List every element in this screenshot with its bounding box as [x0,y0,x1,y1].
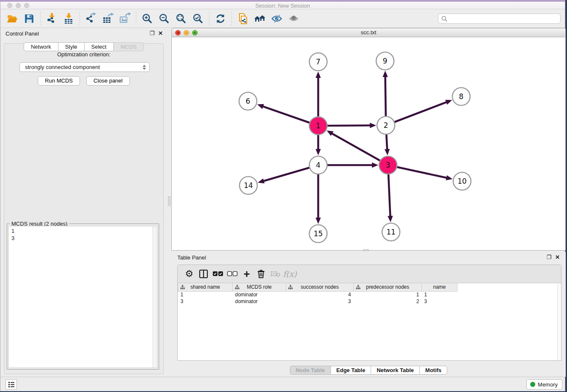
mcds-result-group: MCDS result (2 nodes) 1 3 [7,224,159,370]
table-row[interactable]: 3 dominator 3 2 3 [178,298,457,305]
export-network-icon[interactable] [85,12,97,25]
mcds-result-list[interactable]: 1 3 [8,226,157,368]
criterion-value: strongly connected component [25,64,143,70]
control-panel-close-icon[interactable]: ✕ [158,30,163,36]
table-panel-float-icon[interactable]: ❐ [546,254,551,260]
graph-edge-3-1[interactable] [331,133,388,165]
graph-node-label: 10 [457,177,467,185]
home-icon[interactable] [253,12,266,25]
network-window-titlebar: ✕ − + scc.txt [172,28,565,37]
toolbar-separator [209,11,209,26]
create-column-icon[interactable]: + [239,268,254,280]
tab-style[interactable]: Style [58,42,85,51]
tab-select[interactable]: Select [85,42,114,51]
status-bar: Memory [0,377,565,391]
table-panel-title: Table Panel [177,254,206,261]
close-panel-button[interactable]: Close panel [86,76,130,86]
graph-edge-2-8[interactable] [386,102,447,125]
toolbar-separator [136,11,136,26]
column-header-successor-nodes[interactable]: successor nodes [286,283,354,291]
network-close-icon[interactable]: ✕ [175,30,181,36]
network-window-title: scc.txt [172,28,565,37]
graph-edge-arrowhead [257,104,264,109]
delete-table-icon [268,268,283,280]
table-scrollbar[interactable] [557,284,561,360]
hierarchy-icon [235,285,239,291]
window-titlebar: Session: New Session [0,2,565,9]
select-stepper-icon [143,65,146,70]
export-table-icon[interactable] [102,12,114,25]
hierarchy-icon [356,285,361,291]
graph-node-label: 1 [316,121,321,130]
network-view-window: ✕ − + scc.txt 7968124314101511 [171,28,566,251]
graph-node-label: 3 [386,161,391,169]
network-canvas[interactable]: 7968124314101511 [172,37,565,250]
control-panel-tabs: Network Style Select MCDS [0,42,167,51]
export-image-icon[interactable] [118,12,131,25]
table-settings-gear-icon[interactable]: ⚙ [182,268,196,280]
select-all-columns-icon[interactable] [211,268,225,280]
hierarchy-icon [180,285,185,291]
function-builder-icon: f(x) [283,268,297,280]
result-scrollbar[interactable] [152,226,157,367]
unselect-all-columns-icon[interactable] [225,268,239,280]
open-session-icon[interactable] [6,12,19,25]
graph-edge-arrowhead [385,149,390,155]
table-header-row: shared name MCDS role successor nodes [178,283,457,291]
tab-network-table[interactable]: Network Table [371,366,420,375]
network-graph[interactable]: 7968124314101511 [172,37,565,250]
delete-column-icon[interactable] [254,268,268,280]
run-mcds-button[interactable]: Run MCDS [38,76,80,86]
import-network-icon[interactable] [45,12,58,25]
result-item[interactable]: 3 [11,235,157,242]
table-row[interactable]: 1 dominator 4 1 1 [178,291,457,298]
control-panel: Control Panel ❐ ✕ Network Style Select M… [0,28,167,376]
graph-node-label: 11 [386,228,396,236]
graph-node-label: 2 [384,121,388,130]
horizontal-splitter-grip[interactable] [363,249,369,251]
memory-button[interactable]: Memory [526,379,562,389]
zoom-selected-icon[interactable] [192,12,204,25]
show-columns-icon[interactable] [196,268,211,280]
search-field [438,14,561,24]
graph-edge-arrowhead [372,163,378,168]
hierarchy-icon [288,285,293,291]
network-minimize-icon[interactable]: − [184,30,189,36]
table-panel-close-icon[interactable]: ✕ [555,254,560,260]
node-table: shared name MCDS role successor nodes [178,283,457,305]
import-table-icon[interactable] [62,12,75,25]
tab-mcds[interactable]: MCDS [114,42,144,51]
control-panel-float-icon[interactable]: ❐ [149,30,154,36]
window-title: Session: New Session [0,3,565,9]
column-header-name[interactable]: name [422,283,457,291]
main-toolbar [0,9,565,28]
optimization-criterion-label: Optimization criterion: [4,51,163,58]
zoom-in-icon[interactable] [141,12,154,25]
network-maximize-icon[interactable]: + [192,30,198,36]
tab-edge-table[interactable]: Edge Table [331,366,371,375]
result-item[interactable]: 1 [11,227,157,235]
graph-node-label: 14 [244,181,253,190]
memory-status-icon [530,382,535,387]
criterion-select[interactable]: strongly connected component [19,62,150,72]
refresh-style-icon[interactable] [214,12,227,25]
zoom-out-icon[interactable] [158,12,171,25]
column-header-mcds-role[interactable]: MCDS role [233,283,286,291]
tab-node-table[interactable]: Node Table [290,366,331,375]
tab-motifs[interactable]: Motifs [420,366,447,375]
column-header-predecessor-nodes[interactable]: predecessor nodes [354,283,422,291]
search-icon [441,16,448,22]
splitter-grip[interactable] [168,196,171,206]
task-history-button[interactable] [6,379,17,389]
save-session-icon[interactable] [23,12,36,25]
zoom-fit-icon[interactable] [175,12,187,25]
show-all-icon[interactable] [287,12,300,25]
hide-unselected-icon[interactable] [270,12,283,25]
clone-network-icon[interactable] [237,12,249,25]
graph-edge-arrowhead [316,72,321,78]
vertical-splitter[interactable] [167,28,171,376]
column-header-shared-name[interactable]: shared name [178,283,233,291]
graph-node-label: 4 [316,161,321,169]
tab-network[interactable]: Network [24,42,58,51]
search-input[interactable] [449,14,560,23]
